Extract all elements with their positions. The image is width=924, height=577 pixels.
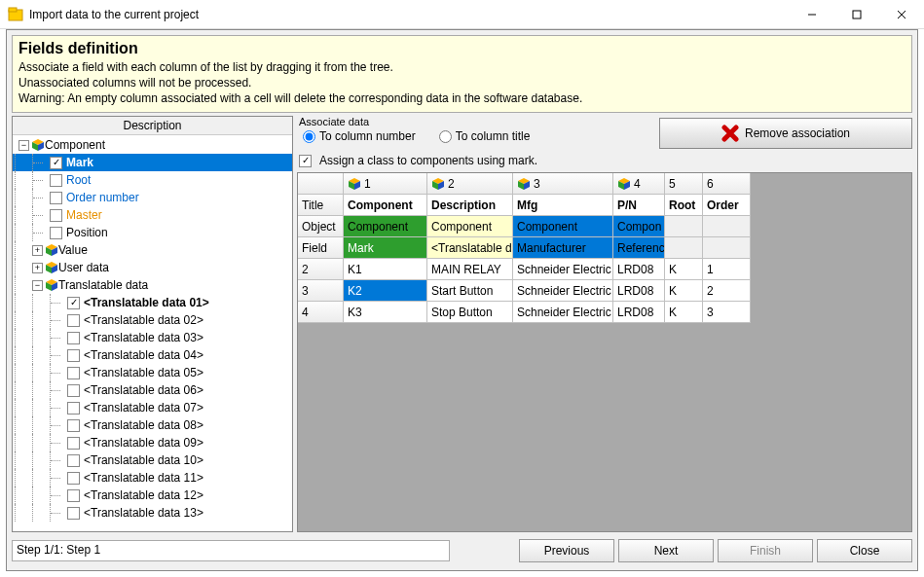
tree-node-mark[interactable]: Mark [13,154,292,171]
data-cell[interactable]: MAIN RELAY [427,259,513,280]
tree-node-value[interactable]: + Value [13,241,292,259]
finish-button[interactable]: Finish [718,539,813,562]
checkbox[interactable] [67,419,80,432]
tree-node-td08[interactable]: <Translatable data 08> [13,416,292,434]
data-cell[interactable]: K [665,280,703,302]
data-cell[interactable]: Schneider Electric [513,259,613,280]
close-wizard-button[interactable]: Close [817,539,912,562]
checkbox[interactable] [67,489,80,502]
checkbox[interactable] [67,507,80,520]
checkbox[interactable] [67,437,80,450]
maximize-button[interactable] [834,0,879,29]
data-cell[interactable]: LRD08 [613,302,665,323]
tree-node-component[interactable]: − Component [13,136,292,154]
checkbox[interactable] [67,402,80,415]
checkbox[interactable] [67,349,80,362]
checkbox[interactable] [50,174,62,187]
title-cell[interactable]: Component [344,195,427,216]
title-cell[interactable]: Order [703,195,751,216]
checkbox[interactable] [50,209,62,222]
data-cell[interactable]: 2 [703,280,751,302]
checkbox[interactable] [67,454,80,467]
tree-node-master[interactable]: Master [13,206,292,224]
radio-column-title[interactable]: To column title [439,129,531,143]
tree-node-td06[interactable]: <Translatable data 06> [13,381,292,399]
expander-icon[interactable]: − [32,280,43,291]
tree-body[interactable]: − Component Mark Root Order number Maste… [13,135,292,531]
field-cell[interactable]: Manufacturer [513,237,613,259]
col-header-4[interactable]: 4 [613,173,665,195]
tree-node-td11[interactable]: <Translatable data 11> [13,469,292,487]
col-header-6[interactable]: 6 [703,173,751,195]
data-cell[interactable]: Schneider Electric [513,280,613,302]
col-header-1[interactable]: 1 [344,173,427,195]
checkbox[interactable] [50,227,62,239]
data-cell[interactable]: Schneider Electric [513,302,613,323]
assign-class-checkbox[interactable] [299,155,312,167]
checkbox[interactable] [67,367,80,379]
tree-node-userdata[interactable]: + User data [13,259,292,276]
tree-node-td01[interactable]: <Translatable data 01> [13,294,292,311]
col-header-3[interactable]: 3 [513,173,613,195]
tree-node-root[interactable]: Root [13,171,292,189]
tree-node-td03[interactable]: <Translatable data 03> [13,329,292,346]
expander-icon[interactable]: − [18,140,29,151]
tree-node-td10[interactable]: <Translatable data 10> [13,451,292,469]
expander-icon[interactable]: + [32,245,43,256]
checkbox[interactable] [67,314,80,327]
data-cell[interactable]: K3 [344,302,427,323]
checkbox[interactable] [50,192,62,204]
data-cell[interactable]: 3 [703,302,751,323]
minimize-button[interactable] [790,0,834,29]
object-cell[interactable] [665,216,703,237]
tree-node-position[interactable]: Position [13,224,292,241]
tree-node-order[interactable]: Order number [13,189,292,206]
data-cell[interactable]: LRD08 [613,259,665,280]
previous-button[interactable]: Previous [519,539,614,562]
object-cell[interactable]: Component [427,216,513,237]
radio-column-number[interactable]: To column number [303,129,416,143]
tree-node-td05[interactable]: <Translatable data 05> [13,364,292,381]
object-cell[interactable]: Compon [613,216,665,237]
field-cell[interactable]: Referenc [613,237,665,259]
title-cell[interactable]: P/N [613,195,665,216]
data-cell[interactable]: Stop Button [427,302,513,323]
checkbox[interactable] [67,384,80,397]
title-cell[interactable]: Root [665,195,703,216]
tree-node-td13[interactable]: <Translatable data 13> [13,504,292,522]
field-cell[interactable] [665,237,703,259]
tree-node-td07[interactable]: <Translatable data 07> [13,399,292,416]
object-cell[interactable]: Component [513,216,613,237]
object-cell[interactable]: Component [344,216,427,237]
tree-node-td02[interactable]: <Translatable data 02> [13,311,292,329]
data-cell[interactable]: K [665,302,703,323]
checkbox[interactable] [67,297,80,309]
data-cell[interactable]: LRD08 [613,280,665,302]
field-cell[interactable] [703,237,751,259]
expander-icon[interactable]: + [32,263,43,273]
data-cell[interactable]: K [665,259,703,280]
field-cell[interactable]: Mark [344,237,427,259]
object-cell[interactable] [703,216,751,237]
title-cell[interactable]: Description [427,195,513,216]
col-header-2[interactable]: 2 [427,173,513,195]
field-cell[interactable]: <Translatable d [427,237,513,259]
remove-association-button[interactable]: Remove association [659,118,912,149]
next-button[interactable]: Next [618,539,714,562]
tree-node-td09[interactable]: <Translatable data 09> [13,434,292,451]
checkbox[interactable] [50,157,62,169]
tree-node-td04[interactable]: <Translatable data 04> [13,346,292,364]
data-cell-selected[interactable]: K2 [344,280,427,302]
data-grid[interactable]: 1 2 3 4 5 6 Title Component Description … [297,172,912,532]
data-cell[interactable]: Start Button [427,280,513,302]
data-cell[interactable]: 1 [703,259,751,280]
row-header-object: Object [298,216,344,237]
tree-node-td12[interactable]: <Translatable data 12> [13,487,292,504]
tree-node-translatable[interactable]: − Translatable data [13,276,292,294]
checkbox[interactable] [67,332,80,344]
data-cell[interactable]: K1 [344,259,427,280]
col-header-5[interactable]: 5 [665,173,703,195]
checkbox[interactable] [67,472,80,485]
close-button[interactable] [879,0,924,29]
title-cell[interactable]: Mfg [513,195,613,216]
